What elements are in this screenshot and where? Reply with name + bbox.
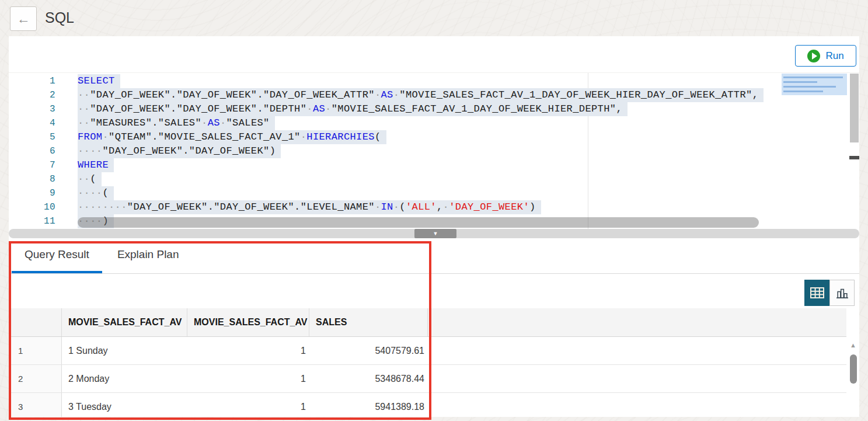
table-cell: 5407579.61 bbox=[309, 337, 428, 364]
row-number-column-header bbox=[11, 308, 62, 336]
page-title: SQL bbox=[45, 9, 74, 26]
sql-code-text: "DAY_OF_WEEK"."DAY_OF_WEEK"."DAY_OF_WEEK… bbox=[90, 89, 375, 100]
column-header[interactable]: MOVIE_SALES_FACT_AV bbox=[62, 308, 187, 336]
sql-code-text: "QTEAM"."MOVIE_SALES_FACT_AV_1" bbox=[109, 131, 301, 142]
panel-splitter-bar[interactable]: ▼ bbox=[9, 229, 859, 238]
code-line[interactable]: 10········"DAY_OF_WEEK"."DAY_OF_WEEK"."L… bbox=[9, 200, 859, 214]
code-line[interactable]: 6····"DAY_OF_WEEK"."DAY_OF_WEEK") bbox=[9, 144, 859, 158]
sql-string-literal: 'ALL' bbox=[406, 201, 437, 213]
editor-vertical-scrollbar-thumb[interactable] bbox=[850, 74, 859, 142]
table-row[interactable]: 22 Monday15348678.44 bbox=[11, 365, 846, 393]
code-line-content: ····( bbox=[78, 186, 114, 200]
line-number: 10 bbox=[9, 200, 55, 214]
code-line[interactable]: 7WHERE bbox=[9, 158, 859, 172]
sql-code-text: ( bbox=[102, 187, 109, 199]
minimap-code-line bbox=[783, 76, 843, 78]
whitespace-dots: · bbox=[220, 117, 226, 128]
whitespace-dots: · bbox=[301, 131, 307, 142]
sql-code-text: "SALES" bbox=[226, 117, 270, 128]
sql-code-text: "DAY_OF_WEEK"."DAY_OF_WEEK"."DEPTH" bbox=[90, 103, 306, 114]
sql-code-text: "MEASURES"."SALES" bbox=[90, 117, 201, 128]
sql-keyword: AS bbox=[381, 89, 393, 100]
column-header[interactable]: SALES bbox=[309, 308, 428, 336]
sql-keyword: AS bbox=[208, 117, 220, 128]
tabs-divider bbox=[9, 273, 859, 274]
code-line[interactable]: 4··"MEASURES"."SALES"·AS·"SALES" bbox=[9, 116, 859, 130]
tab-query-result[interactable]: Query Result bbox=[12, 238, 102, 274]
sql-code-text: ) bbox=[529, 201, 536, 213]
tab-explain-plan[interactable]: Explain Plan bbox=[104, 238, 192, 274]
sql-code-text: "DAY_OF_WEEK"."DAY_OF_WEEK"."LEVEL_NAME" bbox=[127, 201, 375, 213]
chevron-down-icon: ▼ bbox=[433, 231, 438, 236]
code-lines: 1SELECT2··"DAY_OF_WEEK"."DAY_OF_WEEK"."D… bbox=[9, 74, 859, 228]
result-view-toggles bbox=[804, 280, 855, 306]
sql-keyword: SELECT bbox=[78, 75, 115, 86]
back-button[interactable]: ← bbox=[10, 6, 37, 31]
sql-code-text: "MOVIE_SALES_FACT_AV_1_DAY_OF_WEEK_HIER_… bbox=[399, 89, 758, 100]
sql-keyword: WHERE bbox=[78, 159, 109, 171]
whitespace-dots: · bbox=[325, 103, 332, 114]
chart-view-button[interactable] bbox=[829, 280, 855, 306]
code-line-content: ········"DAY_OF_WEEK"."DAY_OF_WEEK"."LEV… bbox=[78, 200, 541, 214]
sql-keyword: IN bbox=[381, 201, 393, 213]
column-header[interactable]: MOVIE_SALES_FACT_AV bbox=[187, 308, 309, 336]
table-cell: 5941389.18 bbox=[309, 393, 428, 417]
whitespace-dots: · bbox=[375, 201, 381, 213]
line-number: 4 bbox=[9, 116, 55, 130]
results-scroll-up-icon[interactable]: ▲ bbox=[849, 342, 857, 349]
code-line[interactable]: 8··( bbox=[9, 172, 859, 186]
results-vertical-scrollbar-thumb[interactable] bbox=[850, 354, 857, 384]
editor-minimap[interactable] bbox=[780, 73, 848, 229]
code-line-content: ····"DAY_OF_WEEK"."DAY_OF_WEEK") bbox=[78, 144, 281, 158]
code-line-content: SELECT bbox=[78, 74, 120, 88]
whitespace-dots: · bbox=[306, 103, 313, 114]
table-row[interactable]: 33 Tuesday15941389.18 bbox=[11, 393, 846, 417]
whitespace-dots: ········ bbox=[78, 201, 127, 213]
line-number: 5 bbox=[9, 130, 55, 144]
run-play-icon bbox=[807, 50, 820, 62]
splitter-collapse-handle[interactable]: ▼ bbox=[414, 229, 456, 238]
table-view-button[interactable] bbox=[804, 280, 829, 306]
sql-keyword: FROM bbox=[78, 131, 102, 142]
sql-workspace-panel: Run 1SELECT2··"DAY_OF_WEEK"."DAY_OF_WEEK… bbox=[9, 36, 859, 417]
whitespace-dots: · bbox=[393, 201, 400, 213]
chart-view-icon bbox=[836, 287, 849, 299]
row-number-cell: 1 bbox=[11, 337, 62, 364]
run-button[interactable]: Run bbox=[795, 45, 856, 67]
table-row[interactable]: 11 Sunday15407579.61 bbox=[11, 337, 846, 365]
code-line[interactable]: 3··"DAY_OF_WEEK"."DAY_OF_WEEK"."DEPTH"·A… bbox=[9, 102, 859, 116]
table-cell: 1 bbox=[187, 393, 309, 417]
editor-horizontal-scrollbar-thumb[interactable] bbox=[78, 217, 759, 228]
sql-code-text: "MOVIE_SALES_FACT_AV_1_DAY_OF_WEEK_HIER_… bbox=[332, 103, 622, 114]
code-line[interactable]: 2··"DAY_OF_WEEK"."DAY_OF_WEEK"."DAY_OF_W… bbox=[9, 88, 859, 102]
result-tabs: Query ResultExplain Plan bbox=[12, 238, 192, 274]
whitespace-dots: ·· bbox=[78, 173, 90, 185]
sql-code-text: ( bbox=[399, 201, 406, 213]
editor-vertical-scrollbar[interactable] bbox=[849, 73, 859, 229]
line-number: 7 bbox=[9, 158, 55, 172]
grid-body: 11 Sunday15407579.6122 Monday15348678.44… bbox=[11, 337, 846, 417]
back-arrow-icon: ← bbox=[17, 11, 30, 26]
whitespace-dots: · bbox=[102, 131, 109, 142]
code-line[interactable]: 5FROM·"QTEAM"."MOVIE_SALES_FACT_AV_1"·HI… bbox=[9, 130, 859, 144]
code-line[interactable]: 1SELECT bbox=[9, 74, 859, 88]
line-number: 3 bbox=[9, 102, 55, 116]
code-line-content: WHERE bbox=[78, 158, 114, 172]
code-line-content: ··"MEASURES"."SALES"·AS·"SALES" bbox=[78, 116, 275, 130]
sql-code-text: , bbox=[437, 201, 443, 213]
table-view-icon bbox=[810, 287, 824, 298]
row-number-cell: 3 bbox=[11, 393, 62, 417]
line-number: 2 bbox=[9, 88, 55, 102]
code-line-content: FROM·"QTEAM"."MOVIE_SALES_FACT_AV_1"·HIE… bbox=[78, 130, 386, 144]
whitespace-dots: · bbox=[375, 89, 381, 100]
table-cell: 3 Tuesday bbox=[62, 393, 187, 417]
whitespace-dots: · bbox=[443, 201, 449, 213]
code-line-content: ··"DAY_OF_WEEK"."DAY_OF_WEEK"."DAY_OF_WE… bbox=[78, 88, 764, 102]
editor-overview-marker bbox=[849, 156, 859, 159]
app-header-bar: ← SQL bbox=[0, 0, 868, 36]
sql-code-editor[interactable]: 1SELECT2··"DAY_OF_WEEK"."DAY_OF_WEEK"."D… bbox=[9, 72, 859, 229]
minimap-selection-block bbox=[782, 74, 847, 95]
line-number: 9 bbox=[9, 186, 55, 200]
code-line[interactable]: 9····( bbox=[9, 186, 859, 200]
table-cell: 1 bbox=[187, 337, 309, 364]
